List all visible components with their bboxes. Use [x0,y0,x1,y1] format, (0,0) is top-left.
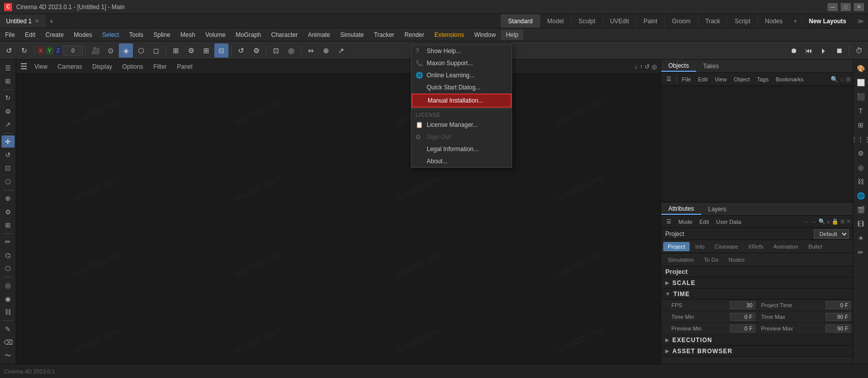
object-btn[interactable]: ◈ [119,43,133,58]
menu-animate[interactable]: Animate [303,30,335,40]
help-item-maxon-support[interactable]: 📞 Maxon Support... [412,57,512,69]
close-button[interactable]: ✕ [854,3,864,11]
attrs-lock-icon[interactable]: 🔒 [832,218,839,225]
menu-window[interactable]: Window [469,30,501,40]
settings-btn[interactable]: ⚙ [184,43,198,58]
menu-simulate[interactable]: Simulate [335,30,369,40]
scale-section-header[interactable]: ▶ SCALE [661,277,853,289]
render-region-btn[interactable]: ⊡ [269,43,283,58]
project-tab-nodes[interactable]: Nodes [724,255,749,264]
right-icon-gear[interactable]: ⚙ [854,147,867,160]
project-tab-bullet[interactable]: Bullet [804,242,827,251]
attrs-filter-icon[interactable]: ≡ [827,219,830,225]
preview-max-value[interactable]: 90 F [826,324,851,333]
asset-browser-section-header[interactable]: ▶ ASSET BROWSER [661,346,853,357]
right-icon-movie[interactable]: 🎬 [854,203,867,216]
config-btn[interactable]: ⚙ [249,43,263,58]
play-forward-btn[interactable]: ⏵ [817,43,831,58]
arrow-btn[interactable]: ↗ [334,43,348,58]
record-btn[interactable]: ⏺ [787,43,801,58]
grid-active-btn[interactable]: ⊟ [214,43,229,58]
layout-tab-nodes[interactable]: Nodes [757,14,790,28]
fps-value[interactable]: 30 [730,301,755,309]
objects-toolbar-view[interactable]: View [712,75,730,83]
left-btn-eye[interactable]: ◉ [2,293,15,305]
left-btn-chain[interactable]: ⛓ [2,306,15,318]
right-icon-sun[interactable]: ☀ [854,231,867,245]
tab-layers[interactable]: Layers [701,204,734,214]
menu-tools[interactable]: Tools [124,30,148,40]
left-btn-rotate[interactable]: ↻ [2,92,15,104]
document-tab-active[interactable]: Untitled 1 ✕ [0,14,45,28]
tab-close-icon[interactable]: ✕ [35,18,39,24]
right-icon-box[interactable]: ⬜ [854,76,867,89]
project-time-value[interactable]: 0 F [826,301,851,309]
viewport-icon-4[interactable]: ◎ [652,63,657,70]
objects-toolbar-object[interactable]: Object [730,75,753,83]
menu-help[interactable]: Help [501,30,524,40]
rotate-btn[interactable]: ↺ [234,43,248,58]
project-tab-cineware[interactable]: Cineware [710,242,743,251]
left-btn-sculpt[interactable]: ⌬ [2,249,15,261]
layout-tab-track[interactable]: Track [698,14,727,28]
right-icon-pencil[interactable]: ✏ [854,246,867,259]
objects-toolbar-bookmarks[interactable]: Bookmarks [772,75,806,83]
project-tab-project[interactable]: Project [663,242,690,251]
left-btn-snap[interactable]: ⊕ [2,192,15,204]
help-item-online-learning[interactable]: 🌐 Online Learning... [412,69,512,81]
objects-toolbar-tags[interactable]: Tags [754,75,771,83]
tab-add-button[interactable]: + [45,15,58,27]
menu-modes[interactable]: Modes [69,30,97,40]
attrs-more-icon[interactable]: ✕ [846,218,851,225]
menu-create[interactable]: Create [40,30,69,40]
right-icon-grid[interactable]: ⊞ [854,118,867,131]
menu-spline[interactable]: Spline [148,30,175,40]
maximize-button[interactable]: □ [841,3,851,11]
minimize-button[interactable]: — [828,3,838,11]
attrs-search-icon[interactable]: 🔍 [818,218,826,225]
left-btn-export[interactable]: ⬡ [2,175,15,187]
objects-toolbar-menu-icon[interactable]: ☰ [663,75,674,83]
menu-mograph[interactable]: MoGraph [231,30,266,40]
project-tab-info[interactable]: Info [691,242,709,251]
layout-tab-paint[interactable]: Paint [636,14,664,28]
menu-tracker[interactable]: Tracker [369,30,399,40]
viewport-menu-view[interactable]: View [31,62,51,71]
play-back-btn[interactable]: ⏮ [802,43,816,58]
right-icon-cube[interactable]: ⬛ [854,90,867,103]
right-icon-film[interactable]: 🎞 [854,217,867,230]
attrs-mode[interactable]: Mode [675,218,696,226]
snap-btn[interactable]: ⊞ [169,43,183,58]
project-tab-todo[interactable]: To Do [699,255,723,264]
left-btn-rotate2[interactable]: ↺ [2,149,15,161]
attrs-undo-icon[interactable]: ← [804,219,810,225]
help-item-quickstart[interactable]: Quick Start Dialog... [412,81,512,93]
help-item-license-mgr[interactable]: 📋 License Manager... [412,119,512,131]
layout-tab-uvedit[interactable]: UVEdit [603,14,636,28]
menu-render[interactable]: Render [399,30,429,40]
attrs-redo-icon[interactable]: → [811,219,817,225]
wireframe-btn[interactable]: ⬡ [134,43,148,58]
left-btn-transform[interactable]: ⊞ [2,219,15,231]
viewport-icon-1[interactable]: ↓ [634,63,637,70]
undo-button[interactable]: ↺ [2,43,16,58]
execution-section-header[interactable]: ▶ EXECUTION [661,335,853,346]
left-btn-wave[interactable]: 〜 [2,350,15,362]
move-btn[interactable]: ⇔ [304,43,318,58]
tab-objects[interactable]: Objects [661,61,696,72]
attrs-expand-icon[interactable]: ⊞ [840,218,845,225]
left-btn-tool2[interactable]: ↗ [2,119,15,131]
left-btn-tool1[interactable]: ⚙ [2,105,15,117]
redo-button[interactable]: ↻ [17,43,31,58]
left-btn-magnet[interactable]: ⚙ [2,206,15,218]
layout-tab-new-layouts[interactable]: New Layouts [801,14,853,28]
project-tab-xrefs[interactable]: XRefs [744,242,768,251]
light-btn[interactable]: ◻ [149,43,163,58]
help-item-show-help[interactable]: ? Show Help... [412,45,512,57]
project-tab-simulation[interactable]: Simulation [663,255,698,264]
time-section-header[interactable]: ▼ TIME [661,289,853,300]
render-btn[interactable]: ◎ [284,43,298,58]
objects-toolbar-edit[interactable]: Edit [695,75,711,83]
right-icon-dots[interactable]: ⋮⋮⋮ [854,132,867,146]
objects-toolbar-file[interactable]: File [679,75,694,83]
